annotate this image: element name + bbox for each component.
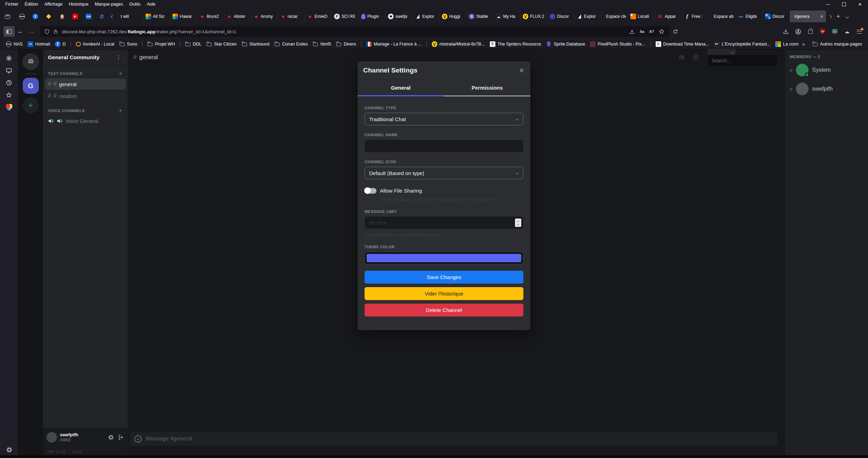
server-icon-general-community[interactable]: G — [23, 78, 39, 94]
app-menu-icon[interactable] — [854, 26, 865, 37]
browser-tab[interactable]: Appar — [655, 11, 682, 22]
bookmark-item[interactable]: Mariage - La France à ... — [364, 41, 424, 48]
browser-tab[interactable]: Huggi — [439, 11, 466, 22]
extensions-puzzle-icon[interactable] — [805, 26, 816, 37]
discord-home-button[interactable] — [22, 53, 39, 70]
new-tab-button[interactable]: + — [834, 11, 843, 22]
extension-colors-icon[interactable] — [6, 104, 13, 111]
browser-tab[interactable]: My Ha — [493, 11, 520, 22]
browser-tab[interactable]: Explor — [412, 11, 439, 22]
modal-action-button[interactable]: Vider l'historique — [365, 287, 523, 300]
ai-chatbot-icon[interactable] — [6, 55, 13, 62]
menu-item[interactable]: Historique — [66, 1, 92, 8]
attach-plus-icon[interactable]: + — [134, 435, 142, 443]
message-input[interactable]: + Message #general — [130, 432, 777, 446]
members-toggle-icon[interactable] — [678, 54, 685, 61]
bookmark-item[interactable]: mistralai/Mixtral-8x7B... — [429, 40, 487, 48]
text-channel-item[interactable]: # # random — [45, 90, 126, 102]
firefox-view-button[interactable] — [2, 11, 13, 22]
url-text[interactable]: discord-like-php-chat-7262.dev.flatlogic… — [62, 29, 627, 34]
browser-tab[interactable]: Aromy — [251, 11, 278, 22]
tab-close-icon[interactable]: × — [820, 14, 824, 19]
other-bookmarks-folder[interactable]: Autres marque-pages — [810, 40, 865, 48]
bookmark-item[interactable] — [177, 40, 183, 48]
robot-extension-icon[interactable] — [830, 26, 840, 37]
add-channel-icon[interactable]: + — [118, 108, 124, 113]
logout-icon[interactable] — [117, 434, 124, 441]
ublock-icon[interactable]: U0 — [817, 26, 828, 37]
bookmark-star-icon[interactable] — [659, 29, 664, 34]
number-spinner[interactable] — [515, 218, 521, 227]
bookmark-item[interactable]: InvokeAI - Local — [73, 41, 117, 48]
bookmark-item[interactable]: L'Encyclopédie Fantast... — [712, 40, 773, 48]
pinned-tab[interactable] — [95, 11, 108, 22]
list-all-tabs-button[interactable] — [843, 11, 851, 22]
browser-tab[interactable]: Explor — [574, 11, 601, 22]
bookmark-item[interactable] — [140, 40, 145, 48]
browser-tab[interactable]: Alister — [224, 11, 251, 22]
bookmark-item[interactable]: The Spriters Resource — [487, 40, 544, 48]
channel-type-select[interactable]: Traditional Chat — [365, 113, 523, 125]
maximize-icon[interactable] — [836, 0, 852, 8]
modal-close-icon[interactable]: × — [518, 66, 525, 75]
bookmark-item[interactable]: D — [52, 40, 68, 48]
browser-tab[interactable]: FLUX.2 — [520, 11, 547, 22]
browser-tab[interactable]: All Siz — [143, 11, 170, 22]
server-menu-icon[interactable]: ⋮ — [114, 54, 123, 61]
add-server-button[interactable]: + — [23, 97, 39, 113]
browser-tab[interactable]: Discor — [547, 11, 574, 22]
browser-tab[interactable]: swefpi — [386, 11, 412, 22]
bookmark-item[interactable]: PixelPlush Studio - Pix... — [587, 40, 648, 48]
browser-tab[interactable]: Hawai — [170, 11, 197, 22]
translate-icon[interactable]: Aa — [640, 29, 644, 34]
menu-item[interactable]: Aide — [144, 1, 159, 8]
tab-scroll-left-button[interactable] — [108, 11, 116, 22]
file-sharing-toggle[interactable] — [365, 188, 376, 194]
sidebar-toggle-button[interactable] — [3, 26, 15, 37]
bookmark-item[interactable]: Starbound — [239, 40, 272, 48]
pinned-tab[interactable] — [42, 11, 55, 22]
forward-button[interactable]: → — [26, 26, 37, 37]
menu-item[interactable]: Affichage — [41, 1, 66, 8]
menu-item[interactable]: Marque-pages — [92, 1, 126, 8]
browser-tab[interactable]: Eligibi — [736, 11, 763, 22]
member-row[interactable]: # System — [790, 64, 868, 76]
browser-tab[interactable]: Free : — [682, 11, 709, 22]
menu-item[interactable]: Édition — [22, 1, 41, 8]
search-input[interactable] — [708, 55, 777, 66]
tracking-shield-icon[interactable] — [44, 29, 50, 34]
browser-tab[interactable]: #genera × — [790, 11, 826, 22]
close-icon[interactable] — [852, 0, 868, 8]
bookmark-item[interactable]: Suno — [117, 40, 140, 48]
voice-channel-item[interactable]: Voice General — [45, 116, 126, 126]
bookmark-item[interactable]: Hotmail — [25, 40, 52, 48]
pinned-tab[interactable] — [29, 11, 42, 22]
downloads-icon[interactable] — [781, 26, 791, 37]
bookmark-item[interactable]: Star Citizen — [204, 40, 239, 48]
synced-tabs-icon[interactable] — [6, 67, 13, 74]
theme-color-input[interactable] — [365, 252, 523, 264]
sidebar-settings-gear-icon[interactable] — [6, 446, 13, 453]
bookmark-item[interactable] — [359, 40, 364, 48]
bookmark-item[interactable] — [648, 40, 653, 48]
modal-tab[interactable]: General — [358, 80, 444, 96]
pinned-tab[interactable] — [69, 11, 82, 22]
browser-tab[interactable]: niciar — [278, 11, 305, 22]
pinned-tab[interactable] — [15, 11, 29, 22]
server-header[interactable]: General Community ⋮ — [43, 50, 128, 65]
dictionary-icon[interactable]: A? — [649, 29, 654, 34]
pinned-messages-icon[interactable] — [692, 54, 699, 61]
browser-tab[interactable]: Stable — [466, 11, 493, 22]
browser-tab[interactable]: Discor — [763, 11, 790, 22]
save-page-icon[interactable] — [629, 29, 635, 34]
user-settings-gear-icon[interactable] — [107, 434, 114, 441]
browser-tab[interactable]: Plugin — [359, 11, 386, 22]
browser-tab[interactable]: EmieO — [305, 11, 332, 22]
bookmark-item[interactable]: html5 — [310, 40, 334, 48]
bookmark-item[interactable]: Projet WH — [145, 40, 177, 48]
member-row[interactable]: # swefpifh — [790, 83, 868, 95]
pinned-tab[interactable] — [82, 11, 95, 22]
cloud-extension-icon[interactable]: ☁ — [842, 26, 852, 37]
message-limit-input[interactable] — [365, 216, 523, 229]
bookmark-item[interactable]: Divers — [333, 40, 358, 48]
